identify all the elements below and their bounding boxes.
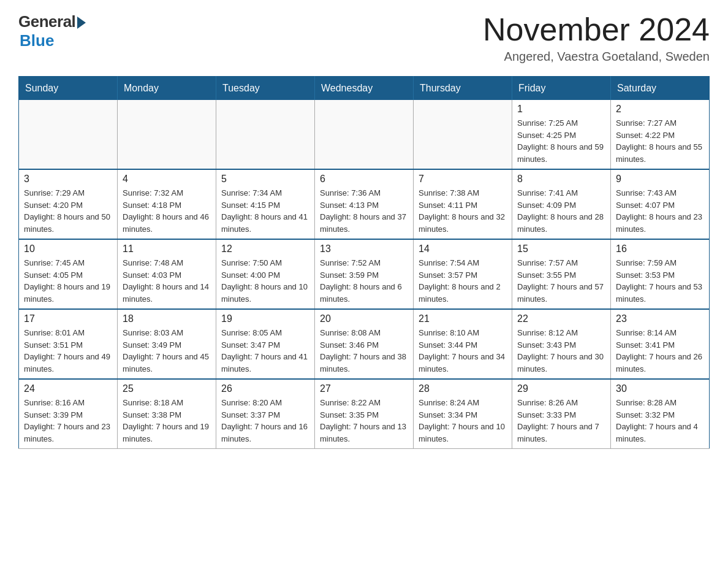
calendar-cell: 18Sunrise: 8:03 AM Sunset: 3:49 PM Dayli…	[118, 309, 216, 379]
calendar-cell	[19, 100, 118, 169]
day-number: 14	[419, 243, 507, 255]
calendar-cell: 12Sunrise: 7:50 AM Sunset: 4:00 PM Dayli…	[216, 239, 315, 309]
calendar-week-row: 24Sunrise: 8:16 AM Sunset: 3:39 PM Dayli…	[19, 379, 710, 449]
day-info: Sunrise: 8:16 AM Sunset: 3:39 PM Dayligh…	[24, 397, 112, 445]
location-text: Angered, Vaestra Goetaland, Sweden	[483, 50, 710, 64]
calendar-week-row: 3Sunrise: 7:29 AM Sunset: 4:20 PM Daylig…	[19, 169, 710, 239]
calendar-cell: 28Sunrise: 8:24 AM Sunset: 3:34 PM Dayli…	[414, 379, 512, 449]
calendar-cell: 14Sunrise: 7:54 AM Sunset: 3:57 PM Dayli…	[414, 239, 512, 309]
month-title: November 2024	[483, 12, 710, 47]
weekday-header-tuesday: Tuesday	[216, 77, 315, 101]
calendar-cell: 10Sunrise: 7:45 AM Sunset: 4:05 PM Dayli…	[19, 239, 118, 309]
day-number: 23	[616, 313, 704, 324]
day-number: 7	[419, 174, 507, 185]
calendar-cell: 22Sunrise: 8:12 AM Sunset: 3:43 PM Dayli…	[512, 309, 611, 379]
day-info: Sunrise: 7:41 AM Sunset: 4:09 PM Dayligh…	[517, 187, 605, 235]
weekday-header-wednesday: Wednesday	[315, 77, 414, 101]
day-number: 11	[123, 243, 211, 255]
calendar-cell: 23Sunrise: 8:14 AM Sunset: 3:41 PM Dayli…	[611, 309, 710, 379]
calendar-cell	[315, 100, 414, 169]
day-info: Sunrise: 7:32 AM Sunset: 4:18 PM Dayligh…	[123, 187, 211, 235]
day-number: 25	[123, 383, 211, 394]
day-number: 3	[24, 174, 112, 185]
day-info: Sunrise: 8:24 AM Sunset: 3:34 PM Dayligh…	[419, 397, 507, 445]
day-number: 9	[616, 174, 704, 185]
day-number: 13	[320, 243, 408, 255]
day-info: Sunrise: 7:57 AM Sunset: 3:55 PM Dayligh…	[517, 257, 605, 305]
logo-general-text: General	[18, 12, 75, 31]
day-info: Sunrise: 7:45 AM Sunset: 4:05 PM Dayligh…	[24, 257, 112, 305]
day-info: Sunrise: 7:59 AM Sunset: 3:53 PM Dayligh…	[616, 257, 704, 305]
weekday-header-friday: Friday	[512, 77, 611, 101]
day-info: Sunrise: 8:26 AM Sunset: 3:33 PM Dayligh…	[517, 397, 605, 445]
day-info: Sunrise: 7:52 AM Sunset: 3:59 PM Dayligh…	[320, 257, 408, 305]
day-number: 18	[123, 313, 211, 324]
day-info: Sunrise: 8:12 AM Sunset: 3:43 PM Dayligh…	[517, 327, 605, 375]
calendar-cell: 13Sunrise: 7:52 AM Sunset: 3:59 PM Dayli…	[315, 239, 414, 309]
day-info: Sunrise: 8:28 AM Sunset: 3:32 PM Dayligh…	[616, 397, 704, 445]
day-info: Sunrise: 7:36 AM Sunset: 4:13 PM Dayligh…	[320, 187, 408, 235]
day-info: Sunrise: 7:38 AM Sunset: 4:11 PM Dayligh…	[419, 187, 507, 235]
calendar-cell: 21Sunrise: 8:10 AM Sunset: 3:44 PM Dayli…	[414, 309, 512, 379]
day-number: 29	[517, 383, 605, 394]
day-info: Sunrise: 7:43 AM Sunset: 4:07 PM Dayligh…	[616, 187, 704, 235]
day-info: Sunrise: 8:08 AM Sunset: 3:46 PM Dayligh…	[320, 327, 408, 375]
day-info: Sunrise: 7:27 AM Sunset: 4:22 PM Dayligh…	[616, 117, 704, 165]
day-number: 10	[24, 243, 112, 255]
calendar-table: SundayMondayTuesdayWednesdayThursdayFrid…	[18, 76, 710, 449]
day-info: Sunrise: 8:14 AM Sunset: 3:41 PM Dayligh…	[616, 327, 704, 375]
day-number: 15	[517, 243, 605, 255]
day-number: 17	[24, 313, 112, 324]
calendar-cell: 9Sunrise: 7:43 AM Sunset: 4:07 PM Daylig…	[611, 169, 710, 239]
logo-blue-text: Blue	[20, 31, 54, 50]
day-info: Sunrise: 7:54 AM Sunset: 3:57 PM Dayligh…	[419, 257, 507, 305]
page-header: General Blue November 2024 Angered, Vaes…	[18, 12, 710, 64]
day-number: 1	[517, 104, 605, 115]
day-number: 26	[221, 383, 309, 394]
calendar-week-row: 1Sunrise: 7:25 AM Sunset: 4:25 PM Daylig…	[19, 100, 710, 169]
weekday-header-row: SundayMondayTuesdayWednesdayThursdayFrid…	[19, 77, 710, 101]
title-area: November 2024 Angered, Vaestra Goetaland…	[483, 12, 710, 64]
day-number: 8	[517, 174, 605, 185]
calendar-cell: 16Sunrise: 7:59 AM Sunset: 3:53 PM Dayli…	[611, 239, 710, 309]
day-number: 28	[419, 383, 507, 394]
day-number: 24	[24, 383, 112, 394]
day-number: 22	[517, 313, 605, 324]
day-number: 16	[616, 243, 704, 255]
calendar-cell: 25Sunrise: 8:18 AM Sunset: 3:38 PM Dayli…	[118, 379, 216, 449]
weekday-header-thursday: Thursday	[414, 77, 512, 101]
day-number: 4	[123, 174, 211, 185]
day-info: Sunrise: 8:03 AM Sunset: 3:49 PM Dayligh…	[123, 327, 211, 375]
day-number: 6	[320, 174, 408, 185]
day-info: Sunrise: 8:18 AM Sunset: 3:38 PM Dayligh…	[123, 397, 211, 445]
calendar-cell	[118, 100, 216, 169]
calendar-cell: 17Sunrise: 8:01 AM Sunset: 3:51 PM Dayli…	[19, 309, 118, 379]
day-number: 27	[320, 383, 408, 394]
day-number: 19	[221, 313, 309, 324]
calendar-week-row: 17Sunrise: 8:01 AM Sunset: 3:51 PM Dayli…	[19, 309, 710, 379]
calendar-cell: 6Sunrise: 7:36 AM Sunset: 4:13 PM Daylig…	[315, 169, 414, 239]
calendar-cell: 7Sunrise: 7:38 AM Sunset: 4:11 PM Daylig…	[414, 169, 512, 239]
calendar-cell: 2Sunrise: 7:27 AM Sunset: 4:22 PM Daylig…	[611, 100, 710, 169]
day-number: 20	[320, 313, 408, 324]
day-number: 5	[221, 174, 309, 185]
day-info: Sunrise: 8:05 AM Sunset: 3:47 PM Dayligh…	[221, 327, 309, 375]
day-info: Sunrise: 7:50 AM Sunset: 4:00 PM Dayligh…	[221, 257, 309, 305]
calendar-cell: 3Sunrise: 7:29 AM Sunset: 4:20 PM Daylig…	[19, 169, 118, 239]
day-number: 30	[616, 383, 704, 394]
calendar-cell: 5Sunrise: 7:34 AM Sunset: 4:15 PM Daylig…	[216, 169, 315, 239]
calendar-cell: 19Sunrise: 8:05 AM Sunset: 3:47 PM Dayli…	[216, 309, 315, 379]
calendar-week-row: 10Sunrise: 7:45 AM Sunset: 4:05 PM Dayli…	[19, 239, 710, 309]
calendar-cell: 1Sunrise: 7:25 AM Sunset: 4:25 PM Daylig…	[512, 100, 611, 169]
day-number: 21	[419, 313, 507, 324]
day-info: Sunrise: 7:25 AM Sunset: 4:25 PM Dayligh…	[517, 117, 605, 165]
logo-arrow-icon	[77, 17, 86, 29]
weekday-header-sunday: Sunday	[19, 77, 118, 101]
calendar-cell	[216, 100, 315, 169]
day-info: Sunrise: 8:20 AM Sunset: 3:37 PM Dayligh…	[221, 397, 309, 445]
day-info: Sunrise: 8:01 AM Sunset: 3:51 PM Dayligh…	[24, 327, 112, 375]
day-number: 12	[221, 243, 309, 255]
calendar-cell: 4Sunrise: 7:32 AM Sunset: 4:18 PM Daylig…	[118, 169, 216, 239]
calendar-cell: 24Sunrise: 8:16 AM Sunset: 3:39 PM Dayli…	[19, 379, 118, 449]
day-info: Sunrise: 8:10 AM Sunset: 3:44 PM Dayligh…	[419, 327, 507, 375]
